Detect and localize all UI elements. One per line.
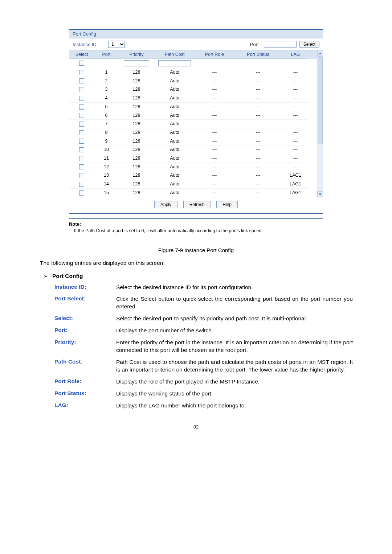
scroll-up-icon[interactable]: ▲ xyxy=(317,50,323,56)
select-button[interactable]: Select xyxy=(299,41,319,48)
cell-port: 3 xyxy=(94,85,118,94)
cell-portrole: --- xyxy=(195,171,234,180)
definition-description: Path Cost is used to choose the path and… xyxy=(116,358,356,374)
cell-port: 9 xyxy=(94,137,118,146)
cell-lag: --- xyxy=(282,163,309,172)
priority-input[interactable] xyxy=(124,60,149,66)
cell-portstatus: --- xyxy=(234,111,282,120)
cell-portstatus: --- xyxy=(234,103,282,111)
cell-priority: 128 xyxy=(118,171,155,180)
cell-portrole: --- xyxy=(195,94,234,103)
apply-button[interactable]: Apply xyxy=(154,201,177,208)
cell-portstatus: --- xyxy=(234,189,282,197)
cell-lag: --- xyxy=(282,137,309,146)
instance-id-select[interactable]: 1 xyxy=(108,41,125,48)
definition-description: Displays the LAG number which the port b… xyxy=(116,402,356,410)
cell-priority: 128 xyxy=(118,145,155,154)
row-checkbox[interactable] xyxy=(79,147,84,152)
help-button[interactable]: Help xyxy=(216,201,238,208)
row-checkbox[interactable] xyxy=(79,122,84,127)
definition-description: Enter the priority of the port in the in… xyxy=(116,339,356,354)
filter-row: Instance ID 1 Port Select xyxy=(69,38,323,50)
row-checkbox[interactable] xyxy=(79,164,84,169)
cell-lag: --- xyxy=(282,145,309,154)
action-buttons: Apply Refresh Help xyxy=(69,197,323,213)
cell-lag: --- xyxy=(282,85,309,94)
definition-term: Port Select: xyxy=(54,295,116,311)
cell-portrole: --- xyxy=(195,137,234,146)
cell-pathcost: Auto xyxy=(155,189,195,197)
row-checkbox[interactable] xyxy=(79,70,84,75)
definition-row: Select:Select the desired port to specif… xyxy=(54,315,356,323)
section-title: Port Config xyxy=(52,273,83,279)
table-header: Select Port Priority Path Cost Port Role… xyxy=(69,50,317,59)
port-input[interactable] xyxy=(264,41,297,48)
cell-port: 5 xyxy=(94,103,118,111)
row-checkbox[interactable] xyxy=(79,190,84,196)
definition-term: LAG: xyxy=(54,402,116,410)
row-checkbox[interactable] xyxy=(79,139,84,144)
col-port: Port xyxy=(94,50,118,59)
cell-pathcost: Auto xyxy=(155,77,195,86)
table-wrap: Select Port Priority Path Cost Port Role… xyxy=(69,50,323,197)
row-checkbox[interactable] xyxy=(79,182,84,187)
cell-portstatus: --- xyxy=(234,137,282,146)
cell-lag: --- xyxy=(282,94,309,103)
cell-priority: 128 xyxy=(118,120,155,128)
cell-port: 2 xyxy=(94,77,118,86)
cell-port: 11 xyxy=(94,154,118,163)
cell-portstatus: --- xyxy=(234,85,282,94)
note-label: Note: xyxy=(69,219,323,227)
intro-text: The following entries are displayed on t… xyxy=(40,260,356,266)
instance-id-label: Instance ID xyxy=(73,42,105,47)
cell-port: 12 xyxy=(94,163,118,172)
row-checkbox[interactable] xyxy=(79,78,84,83)
vertical-scrollbar[interactable]: ▲ ▼ xyxy=(317,50,323,197)
row-checkbox[interactable] xyxy=(79,130,84,135)
cell-port: 4 xyxy=(94,94,118,103)
definition-description: Displays the working status of the port. xyxy=(116,390,356,398)
row-checkbox[interactable] xyxy=(79,156,84,161)
scroll-down-icon[interactable]: ▼ xyxy=(317,191,323,197)
cell-portrole: --- xyxy=(195,111,234,120)
cell-pathcost: Auto xyxy=(155,163,195,172)
row-checkbox[interactable] xyxy=(79,96,84,101)
cell-lag: --- xyxy=(282,120,309,128)
definition-term: Priority: xyxy=(54,339,116,354)
cell-portrole: --- xyxy=(195,77,234,86)
cell-portrole: --- xyxy=(195,163,234,172)
table-row: 14128Auto------LAG1 xyxy=(69,180,317,189)
row-checkbox[interactable] xyxy=(79,87,84,92)
note-text: If the Path Cost of a port is set to 0, … xyxy=(69,227,323,238)
cell-portrole: --- xyxy=(195,145,234,154)
refresh-button[interactable]: Refresh xyxy=(183,201,211,208)
cell-priority: 128 xyxy=(118,77,155,86)
cell-lag: --- xyxy=(282,154,309,163)
select-all-checkbox[interactable] xyxy=(79,61,84,66)
cell-priority: 128 xyxy=(118,85,155,94)
definition-row: Port Role:Displays the role of the port … xyxy=(54,378,356,386)
table-row: 2128Auto--------- xyxy=(69,77,317,86)
cell-portstatus: --- xyxy=(234,163,282,172)
cell-port: 15 xyxy=(94,189,118,197)
definition-row: Port Status:Displays the working status … xyxy=(54,390,356,398)
cell-portstatus: --- xyxy=(234,154,282,163)
cell-pathcost: Auto xyxy=(155,171,195,180)
row-checkbox[interactable] xyxy=(79,173,84,178)
cell-portrole: --- xyxy=(195,85,234,94)
definition-row: Path Cost:Path Cost is used to choose th… xyxy=(54,358,356,374)
definition-term: Instance ID: xyxy=(54,284,116,291)
row-checkbox[interactable] xyxy=(79,113,84,118)
row-checkbox[interactable] xyxy=(79,104,84,110)
page-number: 82 xyxy=(36,424,356,430)
cell-portstatus: --- xyxy=(234,68,282,77)
definition-list: Instance ID:Select the desired instance … xyxy=(54,284,356,410)
cell-port: 14 xyxy=(94,180,118,189)
cell-pathcost: Auto xyxy=(155,103,195,111)
scroll-thumb[interactable] xyxy=(318,56,323,144)
pathcost-input[interactable] xyxy=(158,60,191,66)
col-portrole: Port Role xyxy=(195,50,234,59)
cell-portstatus: --- xyxy=(234,180,282,189)
cell-portstatus: --- xyxy=(234,94,282,103)
note-block: Note: If the Path Cost of a port is set … xyxy=(69,218,323,238)
